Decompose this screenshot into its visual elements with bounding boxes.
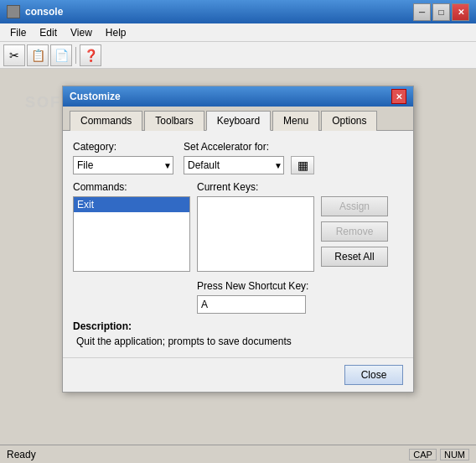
action-buttons-col: Assign Remove Reset All [321, 196, 388, 314]
status-indicators: CAP NUM [409, 449, 469, 460]
tab-options[interactable]: Options [321, 111, 377, 131]
middle-row: Commands: Exit Current Keys: Press New S… [73, 181, 403, 314]
accel-select-wrap: Default ▼ [184, 156, 284, 174]
keys-col: Current Keys: Press New Shortcut Key: [197, 181, 314, 314]
status-bar: Ready CAP NUM [0, 445, 476, 463]
remove-button[interactable]: Remove [321, 221, 388, 242]
set-accel-label: Set Accelerator for: [184, 141, 403, 153]
window-title-bar: console ─ □ ✕ [0, 0, 476, 23]
customize-dialog: Customize ✕ Commands Toolbars Keyboard M… [62, 86, 414, 393]
category-select[interactable]: File [73, 156, 173, 174]
set-accel-row: Default ▼ ▦ [184, 156, 403, 174]
description-text: Quit the application; prompts to save do… [73, 336, 403, 347]
tab-menu[interactable]: Menu [272, 111, 319, 131]
dialog-title: Customize [70, 91, 391, 102]
toolbar-separator [75, 47, 76, 64]
status-text: Ready [7, 449, 409, 460]
dialog-content: Category: File ▼ Set Accelerator for: De… [63, 131, 413, 357]
top-form-row: Category: File ▼ Set Accelerator for: De… [73, 141, 403, 174]
num-indicator: NUM [440, 449, 469, 460]
commands-listbox[interactable]: Exit [73, 196, 190, 272]
maximize-button[interactable]: □ [432, 3, 450, 21]
cap-indicator: CAP [409, 449, 437, 460]
category-col: Category: File ▼ [73, 141, 173, 174]
paste-button[interactable]: 📄 [50, 44, 72, 66]
dialog-title-bar: Customize ✕ [63, 86, 413, 107]
current-keys-label: Current Keys: [197, 181, 314, 193]
tabs-bar: Commands Toolbars Keyboard Menu Options [63, 107, 413, 131]
commands-col: Commands: Exit [73, 181, 190, 314]
toolbar: ✂ 📋 📄 ❓ [0, 42, 476, 69]
menu-bar: File Edit View Help [0, 23, 476, 42]
window-title: console [25, 6, 413, 18]
tab-keyboard[interactable]: Keyboard [206, 111, 271, 131]
command-item-exit[interactable]: Exit [74, 197, 189, 212]
press-shortcut-label: Press New Shortcut Key: [197, 280, 314, 292]
shortcut-input[interactable] [197, 295, 306, 314]
category-select-wrap: File ▼ [73, 156, 173, 174]
accel-col: Set Accelerator for: Default ▼ ▦ [184, 141, 403, 174]
menu-help[interactable]: Help [99, 25, 133, 40]
main-content: SOFTPEDIA Customize ✕ Commands Toolbars … [0, 69, 476, 445]
current-keys-listbox[interactable] [197, 196, 314, 272]
assign-button[interactable]: Assign [321, 196, 388, 216]
menu-file[interactable]: File [3, 25, 33, 40]
tab-commands[interactable]: Commands [70, 111, 142, 131]
close-button[interactable]: Close [344, 365, 403, 385]
dialog-close-x-button[interactable]: ✕ [391, 89, 406, 104]
menu-edit[interactable]: Edit [33, 25, 64, 40]
category-label: Category: [73, 141, 173, 153]
help-button[interactable]: ❓ [80, 44, 101, 66]
commands-label: Commands: [73, 181, 190, 193]
tab-toolbars[interactable]: Toolbars [144, 111, 204, 131]
copy-button[interactable]: 📋 [27, 44, 49, 66]
minimize-button[interactable]: ─ [413, 3, 431, 21]
description-label: Description: [73, 320, 403, 332]
cut-button[interactable]: ✂ [3, 44, 25, 66]
description-section: Description: Quit the application; promp… [73, 320, 403, 347]
window-icon [7, 5, 20, 18]
window-controls: ─ □ ✕ [413, 3, 469, 21]
accel-icon-button[interactable]: ▦ [291, 156, 314, 174]
accel-select[interactable]: Default [184, 156, 284, 174]
menu-view[interactable]: View [64, 25, 99, 40]
reset-all-button[interactable]: Reset All [321, 247, 388, 267]
window-close-button[interactable]: ✕ [452, 3, 469, 21]
dialog-footer: Close [63, 357, 413, 392]
